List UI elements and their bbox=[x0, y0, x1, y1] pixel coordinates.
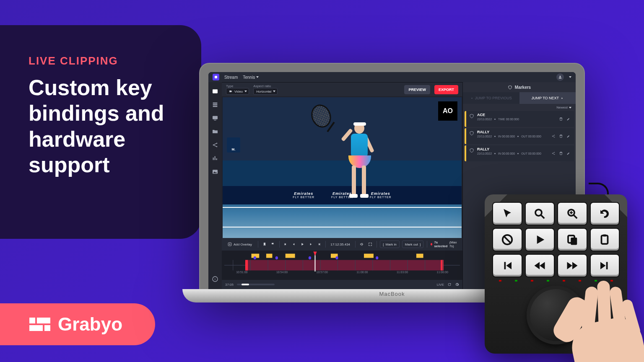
marker-meta: 22/11/2022IN 00:00:000OUT 00:00:000 bbox=[477, 135, 551, 138]
marker-item[interactable]: RALLY22/11/2022IN 00:00:000OUT 00:00:000 bbox=[465, 128, 574, 144]
stream-label: Stream bbox=[224, 75, 238, 80]
markers-sort[interactable]: Newest bbox=[463, 104, 576, 111]
aspect-control: Aspect ratio Horizontal bbox=[253, 84, 278, 95]
key-paste[interactable] bbox=[590, 228, 620, 251]
rail-clip-icon[interactable] bbox=[212, 88, 218, 95]
svg-rect-0 bbox=[213, 89, 218, 93]
flag-button[interactable] bbox=[270, 240, 276, 248]
svg-rect-17 bbox=[245, 260, 443, 271]
rail-output-icon[interactable] bbox=[212, 115, 218, 122]
key-skip-forward[interactable] bbox=[590, 254, 620, 277]
share-icon[interactable] bbox=[551, 151, 556, 155]
svg-rect-16 bbox=[416, 254, 423, 258]
playhead-timecode: 17:12:35.434 bbox=[329, 243, 352, 246]
add-overlay-button[interactable]: Add Overlay bbox=[225, 240, 254, 248]
timeline[interactable]: 10:51:00 10:54:00 10:57:00 11:00:00 11:0… bbox=[222, 251, 462, 280]
type-dropdown[interactable]: Video bbox=[226, 88, 249, 95]
svg-point-46 bbox=[535, 209, 542, 216]
svg-rect-12 bbox=[266, 254, 273, 258]
step-back-button[interactable] bbox=[283, 240, 288, 248]
frame-forward-button[interactable] bbox=[308, 240, 314, 248]
sort-label: Newest bbox=[556, 106, 568, 109]
svg-rect-19 bbox=[441, 260, 443, 271]
play-button[interactable] bbox=[299, 240, 305, 248]
stream-context-dropdown[interactable]: Tennis bbox=[243, 75, 259, 80]
edit-icon[interactable] bbox=[566, 117, 571, 121]
export-button[interactable]: EXPORT bbox=[434, 85, 458, 94]
aspect-dropdown[interactable]: Horizontal bbox=[253, 88, 278, 95]
rail-stats-icon[interactable] bbox=[212, 155, 218, 162]
svg-point-22 bbox=[309, 256, 311, 260]
trash-icon[interactable] bbox=[559, 151, 563, 155]
copy-icon bbox=[566, 233, 579, 246]
user-menu[interactable] bbox=[556, 73, 564, 81]
key-zoom-in[interactable] bbox=[557, 202, 587, 225]
edit-icon[interactable] bbox=[566, 134, 571, 138]
settings-icon[interactable] bbox=[455, 282, 459, 287]
app-logo-icon[interactable] bbox=[213, 74, 219, 80]
selection-info: 7s selected (Max 7s) bbox=[431, 240, 459, 248]
rail-help-icon[interactable]: i bbox=[212, 276, 218, 282]
type-label: Type bbox=[226, 84, 249, 88]
editor-area: Type Video Aspect ratio Horizontal bbox=[222, 82, 462, 289]
key-cancel[interactable] bbox=[492, 228, 522, 251]
svg-marker-39 bbox=[313, 252, 317, 256]
volume-button[interactable] bbox=[359, 240, 365, 248]
stream-context-value: Tennis bbox=[243, 75, 255, 80]
key-play[interactable] bbox=[525, 228, 555, 251]
key-zoom[interactable] bbox=[525, 202, 555, 225]
svg-rect-57 bbox=[603, 235, 607, 237]
marker-item[interactable]: RALLY22/11/2022IN 00:00:000OUT 00:00:000 bbox=[465, 145, 574, 161]
svg-point-24 bbox=[376, 256, 378, 260]
svg-line-49 bbox=[574, 215, 577, 219]
rail-image-icon[interactable] bbox=[212, 168, 218, 175]
marker-add-button[interactable] bbox=[262, 240, 267, 248]
key-cursor[interactable] bbox=[492, 202, 522, 225]
jump-previous-button[interactable]: JUMP TO PREVIOUS bbox=[463, 92, 519, 104]
svg-point-23 bbox=[335, 256, 338, 260]
marker-item[interactable]: ACE22/11/2022TIME 00:00:000 bbox=[465, 111, 574, 127]
video-icon bbox=[229, 90, 232, 93]
video-viewport[interactable]: EmiratesFLY BETTER EmiratesFLY BETTER Em… bbox=[223, 97, 462, 238]
jump-next-button[interactable]: JUMP TO NEXT bbox=[519, 92, 576, 104]
key-skip-back[interactable] bbox=[492, 254, 522, 277]
match-chip: M. bbox=[227, 137, 240, 153]
frame-back-button[interactable] bbox=[291, 240, 297, 248]
type-value: Video bbox=[234, 90, 243, 93]
buffer-bar[interactable] bbox=[237, 284, 275, 285]
mark-in-label: Mark in bbox=[386, 243, 397, 246]
skip-forward-icon bbox=[598, 259, 611, 272]
rail-share-icon[interactable] bbox=[212, 142, 218, 148]
fullscreen-button[interactable] bbox=[367, 240, 373, 248]
step-forward-button[interactable] bbox=[316, 240, 322, 248]
refresh-icon[interactable] bbox=[447, 282, 452, 287]
trash-icon[interactable] bbox=[559, 117, 563, 121]
rail-folder-icon[interactable] bbox=[212, 128, 218, 135]
shield-icon bbox=[508, 85, 512, 90]
key-copy[interactable] bbox=[557, 228, 587, 251]
svg-text:i: i bbox=[215, 277, 216, 281]
jump-next-label: JUMP TO NEXT bbox=[531, 96, 559, 100]
paste-icon bbox=[598, 233, 611, 246]
edit-icon[interactable] bbox=[566, 151, 571, 155]
svg-rect-56 bbox=[602, 235, 608, 244]
marker-meta: 22/11/2022TIME 00:00:000 bbox=[477, 118, 559, 121]
mark-out-button[interactable]: Mark out] bbox=[402, 240, 423, 248]
preview-button[interactable]: PREVIEW bbox=[404, 85, 430, 94]
promo-category: LIVE CLIPPING bbox=[29, 54, 180, 67]
mark-out-label: Mark out bbox=[405, 243, 418, 246]
rewind-icon bbox=[533, 259, 546, 272]
trash-icon[interactable] bbox=[559, 134, 563, 138]
hand-illustration bbox=[548, 278, 644, 362]
ruler-tick: 11:03:00 bbox=[382, 271, 423, 276]
key-forward[interactable] bbox=[557, 254, 587, 277]
chevron-down-icon bbox=[256, 76, 259, 78]
share-icon[interactable] bbox=[551, 134, 556, 138]
key-rewind[interactable] bbox=[525, 254, 555, 277]
svg-rect-15 bbox=[364, 254, 374, 258]
timeline-ruler: 10:51:00 10:54:00 10:57:00 11:00:00 11:0… bbox=[222, 271, 462, 276]
key-undo[interactable] bbox=[590, 202, 620, 225]
mark-in-button[interactable]: [Mark in bbox=[380, 240, 399, 248]
rail-library-icon[interactable] bbox=[212, 101, 218, 108]
undo-icon bbox=[598, 207, 611, 220]
